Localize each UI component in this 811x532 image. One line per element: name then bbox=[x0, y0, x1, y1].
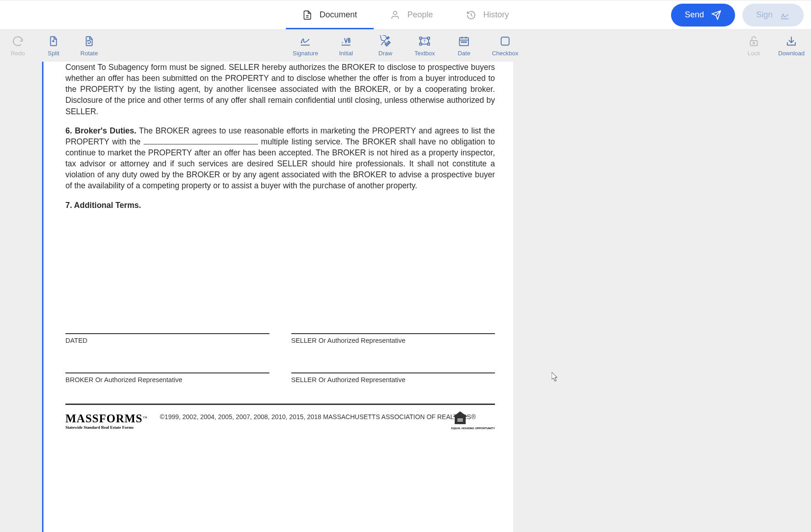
signature-row-1: DATED SELLER Or Authorized Representativ… bbox=[65, 325, 495, 344]
date-tool[interactable]: Date bbox=[452, 35, 475, 57]
sign-button[interactable]: Sign bbox=[742, 4, 804, 27]
svg-text:T: T bbox=[423, 38, 426, 43]
svg-rect-11 bbox=[420, 37, 422, 39]
sign-label: Sign bbox=[756, 10, 773, 20]
logo-tm: ™ bbox=[143, 415, 147, 420]
textbox-tool-icon: T bbox=[419, 35, 430, 47]
document-canvas[interactable]: Consent To Subagency form must be signed… bbox=[0, 62, 811, 532]
paragraph-section6: 6. Broker's Duties. The BROKER agrees to… bbox=[65, 125, 495, 192]
signature-tool[interactable]: Signature bbox=[293, 35, 318, 57]
signature-section: DATED SELLER Or Authorized Representativ… bbox=[65, 325, 495, 383]
signature-block-broker: BROKER Or Authorized Representative bbox=[65, 364, 269, 383]
svg-rect-29 bbox=[457, 420, 463, 421]
split-button[interactable]: Split bbox=[42, 35, 65, 57]
toolbar: Redo Split Rotat bbox=[0, 30, 811, 62]
top-navigation: Document People History Sen bbox=[0, 0, 811, 30]
tool-label: Date bbox=[458, 50, 470, 57]
top-actions: Send Sign bbox=[671, 4, 804, 27]
tool-label: Textbox bbox=[414, 50, 435, 57]
svg-rect-14 bbox=[428, 43, 430, 45]
download-icon bbox=[785, 35, 797, 47]
paragraph-subagency: Consent To Subagency form must be signed… bbox=[65, 62, 495, 117]
signature-block-dated: DATED bbox=[65, 325, 269, 344]
svg-point-25 bbox=[753, 42, 755, 43]
svg-point-21 bbox=[463, 42, 464, 43]
lock-button: Lock bbox=[742, 35, 765, 57]
rotate-icon bbox=[83, 35, 95, 47]
tab-label: Document bbox=[319, 10, 357, 20]
svg-rect-24 bbox=[751, 40, 757, 45]
tool-label: Download bbox=[778, 50, 805, 57]
signature-icon bbox=[780, 10, 790, 20]
tool-label: Checkbox bbox=[492, 50, 518, 57]
tool-label: Rotate bbox=[81, 50, 98, 57]
signature-block-seller2: SELLER Or Authorized Representative bbox=[291, 364, 495, 383]
signature-line[interactable] bbox=[291, 364, 495, 373]
download-button[interactable]: Download bbox=[778, 35, 805, 57]
footer-copyright: ©1999, 2002, 2004, 2005, 2007, 2008, 201… bbox=[160, 412, 476, 420]
textbox-tool[interactable]: T Textbox bbox=[413, 35, 436, 57]
send-button[interactable]: Send bbox=[671, 4, 735, 27]
tool-label: Redo bbox=[11, 50, 25, 57]
tab-label: History bbox=[483, 10, 509, 20]
split-icon bbox=[48, 35, 59, 47]
document-icon bbox=[302, 10, 312, 20]
toolbar-right: Lock Download bbox=[742, 35, 805, 57]
housing-text: EQUAL HOUSING OPPORTUNITY bbox=[451, 427, 495, 430]
svg-rect-23 bbox=[501, 37, 509, 45]
initial-tool-icon bbox=[340, 35, 352, 47]
signature-block-seller1: SELLER Or Authorized Representative bbox=[291, 325, 495, 344]
redo-button: Redo bbox=[6, 35, 29, 57]
tab-history[interactable]: History bbox=[450, 0, 526, 29]
svg-rect-13 bbox=[420, 43, 422, 45]
tool-label: Initial bbox=[339, 50, 353, 57]
checkbox-tool-icon bbox=[499, 35, 511, 47]
logo-subtitle: Statewide Standard Real Estate Forms bbox=[65, 425, 147, 430]
svg-rect-12 bbox=[428, 37, 430, 39]
svg-point-22 bbox=[466, 42, 467, 43]
logo-main: MASSFORMS bbox=[65, 412, 143, 425]
blank-mls bbox=[144, 144, 258, 144]
signature-label: BROKER Or Authorized Representative bbox=[65, 376, 269, 383]
tool-label: Lock bbox=[747, 50, 760, 57]
tool-label: Signature bbox=[293, 50, 318, 57]
svg-point-20 bbox=[462, 42, 462, 43]
signature-line[interactable] bbox=[65, 325, 269, 334]
equal-housing-logo: EQUAL HOUSING OPPORTUNITY bbox=[451, 410, 495, 430]
paragraph-section7: 7. Additional Terms. bbox=[65, 200, 495, 211]
signature-label: SELLER Or Authorized Representative bbox=[291, 376, 495, 383]
signature-tool-icon bbox=[300, 35, 312, 47]
tab-people[interactable]: People bbox=[373, 0, 449, 29]
send-label: Send bbox=[685, 10, 704, 20]
people-icon bbox=[390, 10, 400, 20]
top-tabs: Document People History bbox=[285, 0, 525, 29]
tab-document[interactable]: Document bbox=[285, 0, 373, 29]
signature-label: SELLER Or Authorized Representative bbox=[291, 337, 495, 344]
toolbar-left: Redo Split Rotat bbox=[6, 35, 101, 57]
svg-point-2 bbox=[393, 11, 397, 14]
signature-label: DATED bbox=[65, 337, 269, 344]
section7-title: 7. Additional Terms. bbox=[65, 201, 141, 210]
lock-icon bbox=[748, 35, 760, 47]
redo-icon bbox=[12, 35, 24, 47]
svg-marker-27 bbox=[453, 411, 467, 424]
massforms-logo: MASSFORMS™ Statewide Standard Real Estat… bbox=[65, 412, 147, 430]
tab-label: People bbox=[407, 10, 433, 20]
history-icon bbox=[466, 10, 476, 20]
signature-row-2: BROKER Or Authorized Representative SELL… bbox=[65, 364, 495, 383]
signature-line[interactable] bbox=[65, 364, 269, 373]
draw-tool[interactable]: Draw bbox=[374, 35, 397, 57]
checkbox-tool[interactable]: Checkbox bbox=[492, 35, 518, 57]
rotate-button[interactable]: Rotate bbox=[78, 35, 101, 57]
house-icon bbox=[451, 410, 469, 427]
document-page[interactable]: Consent To Subagency form must be signed… bbox=[42, 62, 513, 532]
paper-plane-icon bbox=[711, 10, 721, 20]
document-footer: MASSFORMS™ Statewide Standard Real Estat… bbox=[65, 404, 495, 430]
section6-title: 6. Broker's Duties. bbox=[65, 126, 136, 135]
draw-tool-icon bbox=[379, 35, 391, 47]
svg-rect-28 bbox=[457, 419, 463, 420]
date-tool-icon bbox=[458, 35, 470, 47]
signature-line[interactable] bbox=[291, 325, 495, 334]
initial-tool[interactable]: Initial bbox=[334, 35, 357, 57]
tool-label: Split bbox=[48, 50, 59, 57]
